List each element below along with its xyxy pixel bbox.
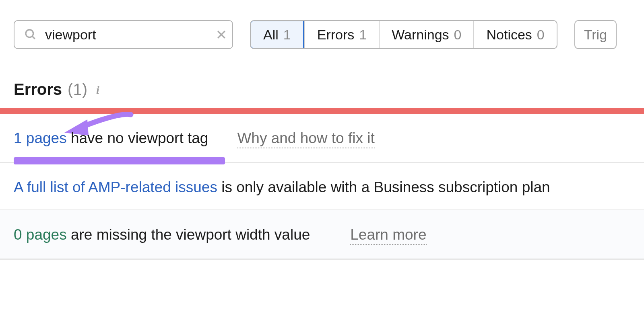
trigger-button[interactable]: Trig	[574, 20, 617, 49]
filter-count: 0	[454, 27, 462, 43]
close-icon	[216, 29, 227, 40]
info-icon[interactable]: i	[93, 85, 103, 95]
filter-tab-notices[interactable]: Notices 0	[473, 21, 556, 48]
issue-row-viewport-width: 0 pages are missing the viewport width v…	[0, 210, 644, 260]
section-count: (1)	[68, 80, 87, 99]
filter-count: 1	[283, 27, 291, 43]
filter-tabs: All 1 Errors 1 Warnings 0 Notices 0	[250, 20, 557, 49]
filter-count: 1	[359, 27, 367, 43]
issue-description: is only available with a Business subscr…	[217, 179, 550, 195]
search-field[interactable]	[14, 20, 233, 49]
filter-count: 0	[537, 27, 545, 43]
filter-tab-warnings[interactable]: Warnings 0	[379, 21, 473, 48]
issue-text: A full list of AMP-related issues is onl…	[14, 179, 550, 196]
section-title: Errors	[14, 80, 62, 99]
amp-issues-link[interactable]: A full list of AMP-related issues	[14, 179, 217, 195]
search-icon	[24, 28, 37, 41]
learn-more-link[interactable]: Learn more	[350, 226, 426, 245]
filter-label: All	[263, 27, 279, 43]
filter-label: Notices	[486, 27, 532, 43]
issue-text: 0 pages are missing the viewport width v…	[14, 226, 310, 243]
errors-section-header: Errors (1) i	[0, 49, 644, 108]
issue-row-viewport-tag: 1 pages have no viewport tag Why and how…	[0, 114, 644, 163]
why-how-fix-link[interactable]: Why and how to fix it	[237, 130, 374, 148]
issue-description: have no viewport tag	[67, 130, 208, 146]
issue-pages-link[interactable]: 0 pages	[14, 226, 67, 243]
error-severity-bar	[0, 108, 644, 114]
filter-label: Errors	[317, 27, 355, 43]
filter-tab-errors[interactable]: Errors 1	[304, 21, 379, 48]
svg-line-1	[32, 36, 35, 39]
filter-tab-all[interactable]: All 1	[250, 20, 304, 49]
filter-label: Warnings	[392, 27, 449, 43]
issue-description: are missing the viewport width value	[67, 226, 310, 243]
issue-row-amp: A full list of AMP-related issues is onl…	[0, 163, 644, 210]
clear-search-button[interactable]	[216, 27, 227, 43]
svg-point-0	[26, 30, 33, 37]
search-input[interactable]	[45, 27, 216, 43]
issue-text: 1 pages have no viewport tag	[14, 130, 208, 147]
top-bar: All 1 Errors 1 Warnings 0 Notices 0 Trig	[0, 0, 644, 49]
issue-pages-link[interactable]: 1 pages	[14, 130, 67, 146]
